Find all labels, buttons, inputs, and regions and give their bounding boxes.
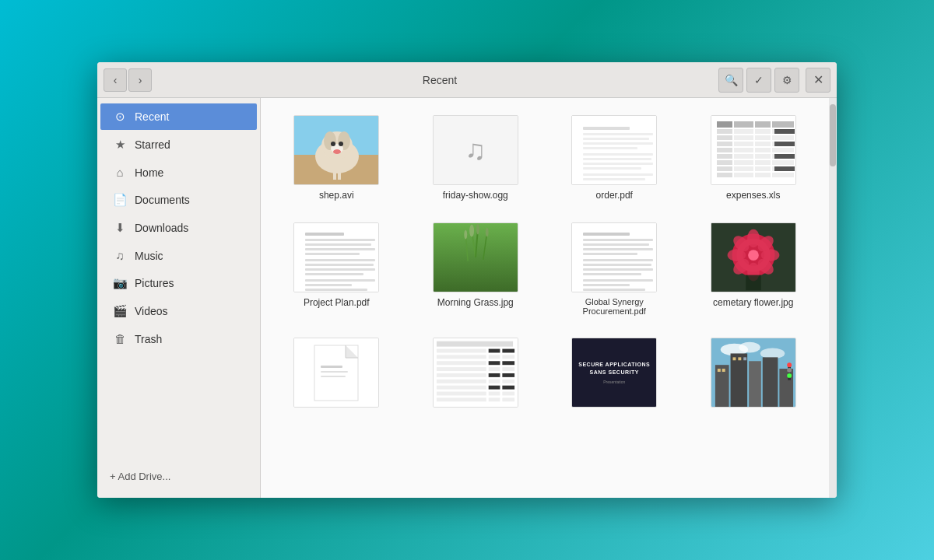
back-button[interactable]: ‹ (104, 68, 127, 92)
file-grid: shep.avi ♫ friday-show.ogg (273, 110, 816, 417)
check-button[interactable]: ✓ (746, 68, 771, 93)
list-item[interactable] (273, 333, 400, 417)
svg-rect-21 (583, 167, 641, 170)
svg-rect-70 (305, 253, 360, 255)
svg-point-84 (476, 224, 479, 235)
svg-rect-18 (583, 153, 653, 156)
sidebar-item-music[interactable]: ♫ Music (100, 243, 257, 268)
svg-rect-36 (772, 135, 794, 140)
check-icon: ✓ (754, 74, 764, 86)
svg-rect-43 (755, 148, 771, 152)
close-button[interactable]: ✕ (806, 68, 830, 93)
svg-rect-35 (755, 135, 771, 140)
svg-rect-93 (583, 259, 653, 261)
sidebar-label-recent: Recent (135, 110, 169, 123)
list-item[interactable]: SECURE APPLICATIONS SANS SECURITY Presen… (551, 333, 678, 417)
svg-rect-127 (488, 355, 500, 359)
svg-rect-129 (437, 361, 486, 365)
sidebar-label-home: Home (135, 166, 163, 179)
svg-rect-94 (583, 264, 651, 266)
file-thumbnail (571, 222, 657, 292)
sidebar-label-documents: Documents (135, 194, 190, 206)
scrollbar-thumb[interactable] (830, 104, 836, 166)
svg-rect-38 (734, 142, 753, 146)
svg-rect-57 (717, 173, 732, 177)
svg-rect-91 (583, 248, 653, 250)
svg-rect-76 (305, 284, 352, 286)
svg-rect-66 (305, 233, 344, 236)
sidebar-item-trash[interactable]: 🗑 Trash (100, 326, 257, 352)
svg-rect-148 (488, 397, 500, 401)
forward-button[interactable]: › (128, 68, 152, 92)
sidebar-item-recent[interactable]: ⊙ Recent (100, 103, 257, 130)
svg-rect-58 (734, 173, 753, 177)
svg-rect-157 (763, 357, 778, 407)
scrollbar-track[interactable] (829, 98, 837, 498)
sidebar-label-videos: Videos (135, 305, 168, 317)
pdf-thumb (572, 116, 656, 184)
svg-point-8 (339, 142, 343, 146)
svg-rect-64 (774, 166, 795, 171)
titlebar: ‹ › Recent 🔍 ✓ ⚙ ✕ (97, 62, 837, 98)
svg-rect-71 (305, 259, 375, 261)
sidebar-item-downloads[interactable]: ⬇ Downloads (100, 215, 257, 241)
list-item[interactable]: shep.avi (273, 110, 400, 205)
file-thumbnail (293, 338, 379, 408)
list-item[interactable] (413, 333, 539, 417)
file-manager-window: ‹ › Recent 🔍 ✓ ⚙ ✕ ⊙ Recent (97, 62, 837, 498)
list-item[interactable]: cemetary flower.jpg (690, 218, 817, 320)
svg-rect-139 (488, 380, 500, 383)
svg-rect-69 (305, 248, 375, 250)
file-thumbnail: ♫ (433, 115, 518, 185)
file-name: expenses.xls (726, 190, 780, 201)
file-name: Morning Grass.jpg (437, 297, 514, 308)
sidebar-item-pictures[interactable]: 📷 Pictures (100, 270, 257, 296)
svg-rect-131 (502, 361, 514, 365)
svg-rect-68 (305, 243, 371, 246)
svg-rect-126 (437, 355, 486, 359)
svg-rect-130 (488, 361, 500, 365)
list-item[interactable] (690, 333, 817, 417)
svg-rect-88 (583, 233, 630, 236)
svg-rect-14 (583, 133, 653, 135)
svg-rect-33 (717, 135, 732, 140)
svg-rect-140 (502, 380, 514, 383)
add-drive-button[interactable]: + Add Drive... (97, 464, 260, 488)
list-item[interactable]: Morning Grass.jpg (413, 218, 539, 320)
svg-rect-143 (502, 386, 514, 390)
svg-rect-163 (743, 357, 746, 360)
search-button[interactable]: 🔍 (718, 68, 743, 93)
svg-rect-49 (717, 160, 732, 165)
svg-rect-44 (772, 148, 794, 152)
svg-rect-31 (755, 129, 771, 134)
svg-rect-22 (583, 173, 653, 176)
svg-rect-50 (734, 160, 753, 165)
file-name: cemetary flower.jpg (713, 297, 793, 308)
list-item[interactable]: Project Plan.pdf (273, 218, 400, 320)
svg-rect-137 (502, 373, 514, 377)
svg-point-153 (760, 348, 785, 359)
sidebar-item-documents[interactable]: 📄 Documents (100, 187, 257, 213)
file-thumbnail (433, 222, 518, 292)
svg-rect-54 (734, 166, 753, 171)
svg-rect-28 (772, 121, 794, 128)
list-item[interactable]: order.pdf (551, 110, 678, 205)
svg-rect-39 (755, 142, 771, 146)
document-icon: 📄 (113, 193, 127, 207)
list-item[interactable]: ♫ friday-show.ogg (413, 110, 539, 205)
svg-rect-67 (305, 239, 375, 241)
sidebar-item-home[interactable]: ⌂ Home (100, 159, 257, 185)
music-icon: ♫ (113, 249, 127, 262)
sidebar-label-starred: Starred (135, 138, 170, 151)
settings-button[interactable]: ⚙ (774, 68, 799, 93)
sidebar-item-videos[interactable]: 🎬 Videos (100, 298, 257, 324)
sidebar-item-starred[interactable]: ★ Starred (100, 131, 257, 158)
svg-rect-75 (305, 279, 375, 282)
svg-rect-92 (583, 253, 637, 255)
list-item[interactable]: Global Synergy Procurement.pdf (551, 218, 678, 320)
list-item[interactable]: expenses.xls (690, 110, 817, 205)
svg-rect-60 (772, 173, 794, 177)
svg-rect-63 (774, 154, 795, 159)
file-name: friday-show.ogg (443, 190, 508, 201)
file-area[interactable]: shep.avi ♫ friday-show.ogg (261, 98, 829, 498)
